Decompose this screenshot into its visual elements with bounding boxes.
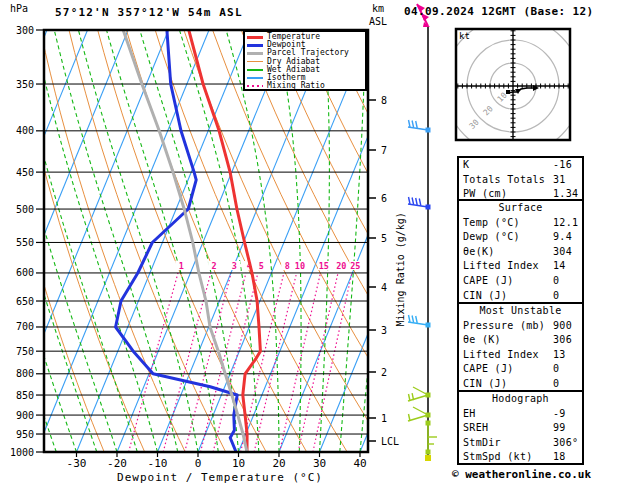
mixing-ratio-axis-label: Mixing Ratio (g/kg): [395, 217, 406, 327]
table-row: Lifted Index13: [459, 348, 582, 363]
table-title: Most Unstable: [459, 304, 582, 319]
legend-item: Mixing Ratio: [247, 82, 365, 90]
hodograph-ring-label: 20: [482, 104, 495, 117]
legend-item: Wet Adiabat: [247, 66, 365, 74]
row-value: -16: [553, 158, 572, 173]
table-row: CAPE (J)0: [459, 362, 582, 377]
svg-text:450: 450: [16, 167, 34, 178]
svg-text:3: 3: [232, 261, 237, 271]
indices-table: K-16Totals Totals31PW (cm)1.34: [457, 156, 584, 201]
svg-text:5: 5: [381, 233, 387, 244]
svg-text:-30: -30: [67, 457, 87, 470]
svg-text:10: 10: [232, 457, 245, 470]
mixing-ratio-labels: 12345810152025: [175, 261, 361, 271]
svg-text:950: 950: [16, 429, 34, 440]
svg-text:0: 0: [195, 457, 202, 470]
row-label: Pressure (mb): [463, 320, 545, 331]
table-row: Lifted Index14: [459, 259, 582, 274]
table-row: θe (K)306: [459, 333, 582, 348]
svg-text:3: 3: [381, 325, 387, 336]
row-label: Dewp (°C): [463, 231, 520, 242]
row-value: 9.4: [553, 230, 572, 245]
svg-text:8: 8: [381, 95, 387, 106]
table-title: Surface: [459, 201, 582, 216]
curve-temperature: [189, 30, 261, 452]
svg-text:600: 600: [16, 267, 34, 278]
x-axis-title: Dewpoint / Temperature (°C): [107, 471, 333, 484]
table-row: StmSpd (kt)18: [459, 450, 582, 465]
temperature-tick-labels: -30-20-10010203040: [67, 452, 367, 470]
copyright-footer: © weatheronline.co.uk: [452, 468, 591, 481]
hodograph-table: HodographEH-9SREH99StmDir306°StmSpd (kt)…: [457, 390, 584, 465]
row-label: K: [463, 159, 469, 170]
table-row: StmDir306°: [459, 436, 582, 451]
row-label: CAPE (J): [463, 275, 514, 286]
pressure-unit-label: hPa: [10, 3, 28, 14]
svg-text:40: 40: [353, 457, 366, 470]
row-label: Totals Totals: [463, 174, 545, 185]
svg-text:10: 10: [295, 261, 305, 271]
svg-text:800: 800: [16, 368, 34, 379]
row-label: Temp (°C): [463, 217, 520, 228]
svg-text:5: 5: [259, 261, 264, 271]
row-label: CIN (J): [463, 290, 507, 301]
row-value: 99: [553, 421, 566, 436]
asl-unit-label: ASL: [369, 16, 387, 27]
svg-text:1: 1: [381, 413, 387, 424]
km-unit-label: km: [372, 3, 384, 14]
table-row: K-16: [459, 158, 582, 173]
svg-text:20: 20: [336, 261, 346, 271]
row-label: PW (cm): [463, 188, 507, 199]
svg-text:700: 700: [16, 321, 34, 332]
svg-text:1: 1: [179, 261, 184, 271]
wind-barb-column: [408, 4, 437, 461]
table-row: Totals Totals31: [459, 173, 582, 188]
row-label: SREH: [463, 422, 488, 433]
row-value: 0: [553, 289, 559, 304]
row-label: Lifted Index: [463, 260, 539, 271]
svg-text:900: 900: [16, 410, 34, 421]
svg-text:15: 15: [319, 261, 329, 271]
svg-text:300: 300: [16, 25, 34, 36]
row-label: Lifted Index: [463, 349, 539, 360]
datetime-label: 04.09.2024 12GMT (Base: 12): [404, 5, 594, 18]
row-value: 306°: [553, 436, 578, 451]
lcl-label: LCL: [381, 436, 399, 447]
row-label: StmDir: [463, 437, 501, 448]
wind-level-marker: [425, 455, 431, 461]
legend-swatch-icon: [247, 44, 263, 47]
legend-swatch-icon: [247, 77, 263, 79]
svg-text:1000: 1000: [10, 447, 34, 458]
table-row: EH-9: [459, 407, 582, 422]
table-row: CIN (J)0: [459, 289, 582, 304]
row-label: StmSpd (kt): [463, 451, 533, 462]
svg-text:2: 2: [381, 367, 387, 378]
row-value: 900: [553, 319, 572, 334]
row-value: -9: [553, 407, 566, 422]
svg-text:500: 500: [16, 204, 34, 215]
svg-text:650: 650: [16, 296, 34, 307]
svg-text:750: 750: [16, 346, 34, 357]
svg-text:25: 25: [350, 261, 360, 271]
svg-text:7: 7: [381, 145, 387, 156]
svg-text:2: 2: [212, 261, 217, 271]
legend-swatch-icon: [247, 36, 263, 39]
hodograph-unit-label: kt: [459, 31, 470, 41]
legend-swatch-icon: [247, 69, 263, 71]
svg-text:550: 550: [16, 237, 34, 248]
svg-text:400: 400: [16, 125, 34, 136]
table-row: SREH99: [459, 421, 582, 436]
row-label: θe(K): [463, 246, 495, 257]
surface-table: SurfaceTemp (°C)12.1Dewp (°C)9.4θe(K)304…: [457, 199, 584, 304]
table-row: Pressure (mb)900: [459, 319, 582, 334]
row-value: 306: [553, 333, 572, 348]
table-row: CAPE (J)0: [459, 274, 582, 289]
row-label: CIN (J): [463, 378, 507, 389]
row-label: CAPE (J): [463, 363, 514, 374]
svg-text:30: 30: [313, 457, 326, 470]
most-unstable-table: Most UnstablePressure (mb)900θe (K)306Li…: [457, 302, 584, 392]
svg-text:20: 20: [272, 457, 285, 470]
svg-text:850: 850: [16, 390, 34, 401]
row-value: 13: [553, 348, 566, 363]
legend-swatch-icon: [247, 52, 263, 55]
